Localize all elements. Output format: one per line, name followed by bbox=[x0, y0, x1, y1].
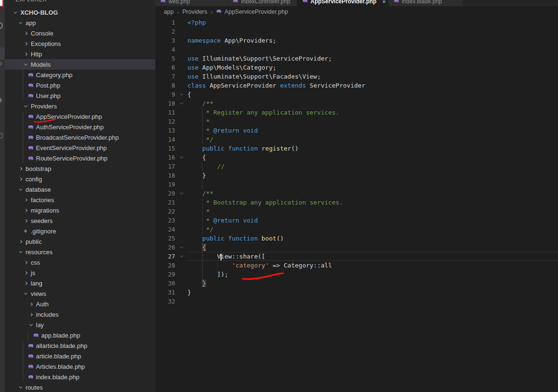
code-line-content[interactable] bbox=[187, 180, 558, 189]
tree-folder-config[interactable]: config bbox=[5, 174, 155, 184]
tree-file-gitignore[interactable]: .gitignore bbox=[5, 226, 155, 236]
code-line-content[interactable]: ]); bbox=[187, 270, 558, 279]
tree-folder-console[interactable]: Console bbox=[5, 28, 155, 38]
code-line-content[interactable]: } bbox=[187, 279, 558, 288]
code-line-content[interactable]: use Illuminate\Support\Facades\View; bbox=[187, 72, 558, 81]
code-line-content[interactable]: // bbox=[187, 162, 558, 171]
code-line-content[interactable]: } bbox=[187, 288, 558, 297]
code-line-content[interactable]: { bbox=[187, 153, 558, 162]
tree-folder-xcho-blog[interactable]: XCHO-BLOG bbox=[5, 7, 155, 18]
code-line-26[interactable]: 26 { bbox=[155, 243, 558, 252]
code-line-29[interactable]: 29 ]); bbox=[155, 270, 558, 279]
run-debug-icon[interactable] bbox=[0, 62, 2, 66]
tree-folder-lay[interactable]: lay bbox=[5, 320, 155, 330]
tree-file-routeserviceprovider-php[interactable]: RouteServiceProvider.php bbox=[5, 153, 155, 163]
code-line-content[interactable]: * @return void bbox=[187, 126, 558, 135]
code-line-content[interactable]: */ bbox=[187, 135, 558, 144]
fold-chevron-icon[interactable] bbox=[175, 243, 187, 252]
code-line-21[interactable]: 21 * Bootstrap any application services. bbox=[155, 198, 558, 207]
tab-index-blade-php[interactable]: index.blade.php bbox=[389, 0, 462, 6]
tree-folder-includes[interactable]: includes bbox=[5, 309, 155, 320]
remote-icon[interactable] bbox=[0, 133, 2, 138]
tree-folder-factories[interactable]: factories bbox=[5, 195, 155, 205]
tree-file-article-blade-php[interactable]: article.blade.php bbox=[5, 351, 155, 361]
tree-folder-models[interactable]: Models bbox=[5, 59, 155, 70]
code-line-25[interactable]: 25 public function boot() bbox=[155, 234, 558, 243]
code-line-content[interactable]: * bbox=[187, 117, 558, 126]
code-line-content[interactable] bbox=[187, 45, 558, 54]
code-line-content[interactable]: <?php bbox=[187, 18, 558, 27]
tree-folder-providers[interactable]: Providers bbox=[5, 101, 155, 111]
code-line-content[interactable]: View::share([ bbox=[187, 252, 558, 261]
tree-file-category-php[interactable]: Category.php bbox=[5, 70, 155, 80]
code-line-14[interactable]: 14 */ bbox=[155, 135, 558, 144]
tab-close-icon[interactable]: × bbox=[382, 0, 386, 5]
tree-folder-database[interactable]: database bbox=[5, 184, 155, 195]
tree-folder-resources[interactable]: resources bbox=[5, 247, 155, 257]
tree-file-app-blade-php[interactable]: app.blade.php bbox=[5, 330, 155, 340]
code-line-content[interactable]: use Illuminate\Support\ServiceProvider; bbox=[187, 54, 558, 63]
code-line-13[interactable]: 13 * @return void bbox=[155, 126, 558, 135]
code-line-content[interactable]: use App\Models\Category; bbox=[187, 63, 558, 72]
tab-indexcontroller-php[interactable]: IndexController.php bbox=[228, 0, 297, 6]
code-line-11[interactable]: 11 * Register any application services. bbox=[155, 108, 558, 117]
code-editor[interactable]: 1<?php23namespace App\Providers;45use Il… bbox=[155, 18, 558, 306]
tree-file-allarticle-blade-php[interactable]: allarticle.blade.php bbox=[5, 340, 155, 351]
tree-file-user-php[interactable]: User.php bbox=[5, 90, 155, 101]
tree-folder-css[interactable]: css bbox=[5, 257, 155, 267]
tree-file-articles-blade-php[interactable]: Articles.blade.php bbox=[5, 361, 155, 372]
extensions-icon[interactable] bbox=[0, 98, 2, 102]
code-line-content[interactable]: public function boot() bbox=[187, 234, 558, 243]
code-line-24[interactable]: 24 */ bbox=[155, 225, 558, 234]
code-line-content[interactable]: class AppServiceProvider extends Service… bbox=[187, 81, 558, 90]
code-line-8[interactable]: 8class AppServiceProvider extends Servic… bbox=[155, 81, 558, 90]
tree-file-eventserviceprovider-php[interactable]: EventServiceProvider.php bbox=[5, 143, 155, 153]
code-line-content[interactable]: * Register any application services. bbox=[187, 108, 558, 117]
code-line-content[interactable] bbox=[187, 27, 558, 36]
tree-folder-app[interactable]: app bbox=[5, 18, 155, 28]
code-line-content[interactable]: * bbox=[187, 207, 558, 216]
code-line-12[interactable]: 12 * bbox=[155, 117, 558, 126]
code-line-content[interactable]: /** bbox=[187, 189, 558, 198]
tree-folder-seeders[interactable]: seeders bbox=[5, 215, 155, 226]
code-line-16[interactable]: 16 { bbox=[155, 153, 558, 162]
code-line-9[interactable]: 9{ bbox=[155, 90, 558, 99]
code-line-content[interactable] bbox=[187, 297, 558, 306]
code-line-28[interactable]: 28 'category' => Category::all bbox=[155, 261, 558, 270]
tree-folder-routes[interactable]: routes bbox=[5, 382, 155, 392]
fold-chevron-icon[interactable] bbox=[175, 189, 187, 198]
fold-chevron-icon[interactable] bbox=[175, 99, 187, 108]
code-line-23[interactable]: 23 * @return void bbox=[155, 216, 558, 225]
fold-chevron-icon[interactable] bbox=[175, 153, 187, 162]
code-line-17[interactable]: 17 // bbox=[155, 162, 558, 171]
code-line-10[interactable]: 10 /** bbox=[155, 99, 558, 108]
code-line-30[interactable]: 30 } bbox=[155, 279, 558, 288]
code-line-content[interactable]: /** bbox=[187, 99, 558, 108]
fold-chevron-icon[interactable] bbox=[175, 252, 187, 261]
fold-chevron-icon[interactable] bbox=[175, 90, 187, 99]
tree-file-authserviceprovider-php[interactable]: AuthServiceProvider.php bbox=[5, 122, 155, 132]
code-line-18[interactable]: 18 } bbox=[155, 171, 558, 180]
code-line-3[interactable]: 3namespace App\Providers; bbox=[155, 36, 558, 45]
search-icon[interactable] bbox=[0, 22, 3, 29]
tree-folder-public[interactable]: public bbox=[5, 236, 155, 247]
code-line-5[interactable]: 5use Illuminate\Support\ServiceProvider; bbox=[155, 54, 558, 63]
code-line-27[interactable]: 27 View::share([ bbox=[155, 252, 558, 261]
code-line-19[interactable]: 19 bbox=[155, 180, 558, 189]
code-line-32[interactable]: 32 bbox=[155, 297, 558, 306]
code-line-4[interactable]: 4 bbox=[155, 45, 558, 54]
tab-web-php[interactable]: web.php bbox=[155, 0, 227, 6]
code-line-content[interactable]: */ bbox=[187, 225, 558, 234]
tab-appserviceprovider-php[interactable]: AppServiceProvider.php× bbox=[297, 0, 388, 6]
tree-folder-http[interactable]: Http bbox=[5, 49, 155, 59]
code-line-content[interactable]: { bbox=[187, 243, 558, 252]
code-line-content[interactable]: } bbox=[187, 171, 558, 180]
tree-folder-views[interactable]: views bbox=[5, 288, 155, 299]
code-line-content[interactable]: * @return void bbox=[187, 216, 558, 225]
tree-file-broadcastserviceprovider-php[interactable]: BroadcastServiceProvider.php bbox=[5, 132, 155, 143]
tree-folder-js[interactable]: js bbox=[5, 267, 155, 278]
code-line-content[interactable]: { bbox=[187, 90, 558, 99]
code-line-20[interactable]: 20 /** bbox=[155, 189, 558, 198]
tree-folder-exceptions[interactable]: Exceptions bbox=[5, 38, 155, 49]
code-line-2[interactable]: 2 bbox=[155, 27, 558, 36]
